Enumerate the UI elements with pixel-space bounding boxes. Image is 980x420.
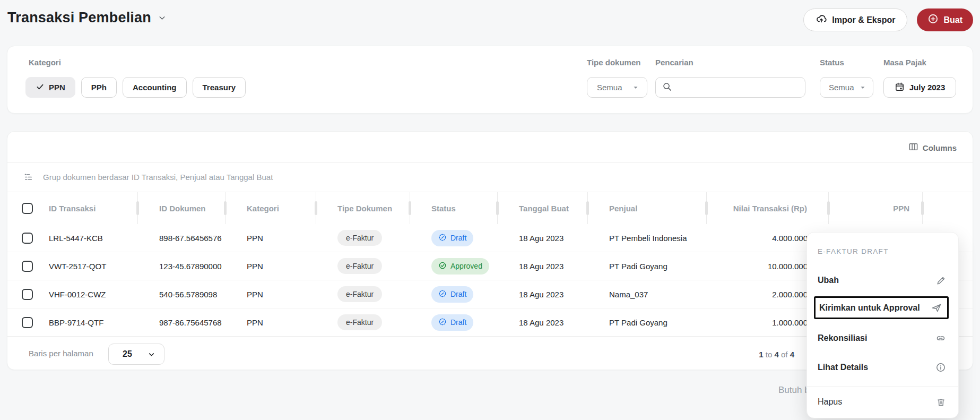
menu-item-details-label: Lihat Details	[818, 363, 868, 372]
send-icon	[931, 303, 942, 313]
chip-accounting-label: Accounting	[133, 83, 177, 92]
chevron-down-icon	[158, 13, 167, 22]
status-select[interactable]: Semua	[820, 77, 873, 98]
status-badge: Draft	[431, 230, 473, 246]
tipe-dokumen-value: Semua	[597, 83, 622, 92]
cell-id-dokumen: 540-56.5789098	[138, 280, 226, 308]
col-header-ppn[interactable]: PPN	[829, 192, 923, 224]
tipe-dokumen-badge: e-Faktur	[337, 286, 382, 302]
col-header-nilai-transaksi[interactable]: Nilai Transaksi (Rp)	[707, 192, 829, 224]
chip-pph-label: PPh	[91, 83, 107, 92]
cell-penjual: PT Padi Goyang	[588, 308, 707, 336]
draft-status-icon	[438, 233, 447, 243]
cell-id-dokumen: 123-45.67890000	[138, 252, 226, 280]
filter-card: Kategori PPN PPh Accounting Treasury Tip…	[7, 46, 973, 114]
cell-penjual: PT Padi Goyang	[588, 252, 707, 280]
cloud-upload-icon	[816, 13, 827, 27]
status-badge: Draft	[431, 286, 473, 303]
status-value: Semua	[829, 83, 854, 92]
row-checkbox[interactable]	[22, 233, 33, 244]
row-checkbox[interactable]	[22, 261, 33, 272]
table-header-row: ID Transaksi ID Dokumen Kategori Tipe Do…	[7, 192, 973, 224]
check-icon	[36, 82, 45, 93]
menu-item-edit[interactable]: Ubah	[818, 273, 946, 288]
menu-item-details[interactable]: Lihat Details	[818, 360, 946, 375]
menu-item-edit-label: Ubah	[818, 276, 839, 285]
columns-button[interactable]: Columns	[908, 142, 957, 153]
import-export-button[interactable]: Impor & Ekspor	[803, 8, 907, 31]
col-header-penjual[interactable]: Penjual	[588, 192, 707, 224]
rows-per-page-label: Baris per halaman	[29, 349, 93, 358]
page-title: Transaksi Pembelian	[7, 10, 151, 26]
cell-tanggal-buat: 18 Agu 2023	[498, 280, 588, 308]
masa-pajak-label: Masa Pajak	[883, 58, 926, 67]
tipe-dokumen-select[interactable]: Semua	[587, 77, 647, 98]
row-checkbox[interactable]	[22, 317, 33, 328]
calendar-icon	[895, 82, 905, 93]
chip-pph[interactable]: PPh	[81, 77, 117, 98]
status-badge: Draft	[431, 314, 473, 331]
link-icon	[935, 333, 946, 344]
approved-status-icon	[438, 261, 447, 271]
menu-item-send-approval-label: Kirimkan untuk Approval	[819, 303, 920, 313]
cell-kategori: PPN	[226, 252, 316, 280]
cell-id-dokumen: 987-86.75645768	[138, 308, 226, 336]
col-header-status[interactable]: Status	[410, 192, 498, 224]
col-header-tanggal-buat[interactable]: Tanggal Buat	[498, 192, 588, 224]
cell-penjual: Nama_037	[588, 280, 707, 308]
cell-tanggal-buat: 18 Agu 2023	[498, 308, 588, 336]
cell-kategori: PPN	[226, 308, 316, 336]
menu-item-delete[interactable]: Hapus	[818, 395, 946, 409]
col-header-kategori[interactable]: Kategori	[226, 192, 316, 224]
info-icon	[935, 362, 946, 373]
row-checkbox[interactable]	[22, 289, 33, 300]
row-actions-menu: E-FAKTUR DRAFT Ubah Kirimkan untuk Appro…	[806, 232, 959, 418]
menu-item-send-approval[interactable]: Kirimkan untuk Approval	[814, 296, 949, 319]
pencarian-label: Pencarian	[655, 58, 693, 67]
page: Transaksi Pembelian Impor & Ekspor	[0, 0, 980, 420]
menu-divider	[807, 387, 958, 387]
columns-button-label: Columns	[923, 143, 957, 152]
rows-per-page-select[interactable]: 25	[108, 344, 164, 365]
kategori-label: Kategori	[29, 58, 61, 67]
chip-treasury[interactable]: Treasury	[193, 77, 246, 98]
masa-pajak-value: July 2023	[909, 83, 946, 92]
col-header-id-dokumen[interactable]: ID Dokumen	[138, 192, 226, 224]
create-button[interactable]: Buat	[917, 8, 973, 31]
menu-item-delete-label: Hapus	[818, 397, 842, 407]
cell-id-dokumen: 898-67.56456576	[138, 224, 226, 252]
status-badge: Approved	[431, 258, 489, 275]
col-header-tipe-dokumen[interactable]: Tipe Dokumen	[316, 192, 410, 224]
rows-per-page-value: 25	[123, 349, 132, 359]
import-export-label: Impor & Ekspor	[832, 15, 895, 25]
page-title-dropdown[interactable]: Transaksi Pembelian	[7, 10, 167, 26]
columns-icon	[908, 142, 918, 153]
chip-ppn-label: PPN	[49, 83, 65, 92]
tipe-dokumen-label: Tipe dokumen	[587, 58, 640, 67]
pencil-icon	[936, 276, 946, 286]
caret-down-icon	[632, 84, 639, 91]
topbar-actions: Impor & Ekspor Buat	[803, 8, 973, 31]
cell-id-transaksi: LRL-5447-KCB	[49, 224, 138, 252]
group-bar[interactable]: Grup dokumen berdasar ID Transaksi, Penj…	[7, 162, 973, 192]
chip-accounting[interactable]: Accounting	[123, 77, 187, 98]
kategori-chips: PPN PPh Accounting Treasury	[25, 77, 246, 98]
trash-icon	[936, 397, 946, 407]
chip-ppn[interactable]: PPN	[25, 77, 75, 98]
cell-kategori: PPN	[226, 280, 316, 308]
group-list-icon	[23, 172, 33, 182]
chevron-down-icon	[148, 350, 155, 358]
cell-kategori: PPN	[226, 224, 316, 252]
menu-item-reconcile[interactable]: Rekonsiliasi	[818, 331, 946, 346]
draft-status-icon	[438, 289, 447, 299]
menu-section-title: E-FAKTUR DRAFT	[818, 247, 889, 255]
cell-tanggal-buat: 18 Agu 2023	[498, 252, 588, 280]
select-all-checkbox[interactable]	[22, 203, 33, 214]
cell-tanggal-buat: 18 Agu 2023	[498, 224, 588, 252]
topbar: Transaksi Pembelian Impor & Ekspor	[0, 0, 980, 40]
col-header-id-transaksi[interactable]: ID Transaksi	[49, 192, 138, 224]
chip-treasury-label: Treasury	[203, 83, 236, 92]
tipe-dokumen-badge: e-Faktur	[337, 230, 382, 246]
masa-pajak-picker[interactable]: July 2023	[883, 77, 956, 98]
search-input[interactable]	[678, 83, 799, 92]
